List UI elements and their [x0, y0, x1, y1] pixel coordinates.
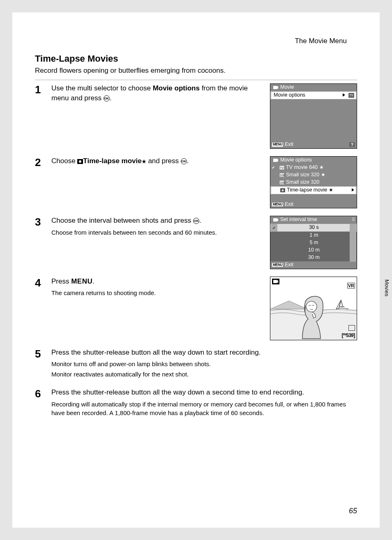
lcd-menu-item-selected: Movie options TV	[271, 91, 356, 99]
step-instruction: Press the shutter-release button all the…	[51, 348, 357, 358]
interval-value: 5 m	[310, 240, 318, 246]
star-icon: ★	[319, 165, 324, 170]
header-section: The Movie Menu	[295, 37, 347, 45]
exit-label: Exit	[285, 142, 293, 148]
frame-counter: [IN539]	[341, 332, 355, 338]
text: .	[110, 94, 112, 102]
interval-value: 30 s	[309, 225, 319, 231]
step-number: 2	[35, 156, 51, 208]
ok-icon: OK	[193, 218, 199, 224]
lcd-interval-item: 30 m	[270, 254, 357, 261]
text: and press	[146, 157, 181, 165]
menu-icon: MENU	[272, 143, 283, 146]
lcd-title-row: Movie	[270, 84, 357, 91]
menu-item-label: Small size 320	[286, 172, 319, 178]
step-note: The camera returns to shooting mode.	[51, 288, 267, 297]
star-icon: ★	[321, 172, 325, 178]
svg-rect-4	[273, 218, 277, 222]
menu-label: MENU	[71, 277, 92, 285]
lcd-title: Movie options	[280, 157, 312, 163]
step-body: Choose the interval between shots and pr…	[51, 216, 270, 269]
lcd-footer: MENU Exit	[270, 261, 357, 269]
star-icon: ★	[142, 159, 146, 164]
help-icon: ?	[349, 142, 355, 147]
svg-rect-0	[273, 86, 277, 89]
lcd-title: Set interval time	[280, 217, 317, 223]
lcd-footer: MENU Exit	[270, 201, 357, 208]
lcd-movie-options: Movie options ✔ TV TV movie 640★ 320 Sma…	[270, 156, 357, 208]
step-number: 5	[35, 348, 51, 381]
step-screenshot: VR	[270, 277, 357, 340]
menu-item-label: Small size 320	[286, 180, 319, 185]
step-screenshot: Set interval time ☰ ✔ 30 s 1 m 5 m 10 m …	[270, 216, 357, 269]
lcd-interval-menu: Set interval time ☰ ✔ 30 s 1 m 5 m 10 m …	[270, 216, 357, 269]
lcd-interval-item-selected: 30 s	[271, 224, 356, 232]
step-number: 6	[35, 388, 51, 419]
step-1: 1 Use the multi selector to choose Movie…	[35, 80, 357, 153]
star-icon: ★	[329, 187, 333, 193]
lcd-menu-item: ✔ TV TV movie 640★	[270, 164, 357, 171]
step-6: 6 Press the shutter-release button all t…	[35, 384, 357, 423]
text: .	[199, 217, 201, 224]
tv-icon: TV	[348, 93, 354, 98]
in-label: IN	[343, 332, 346, 336]
movie-icon	[273, 217, 279, 222]
ok-icon: OK	[104, 95, 110, 102]
exit-label: Exit	[285, 202, 293, 208]
menu-item-label: Time-lapse movie	[287, 187, 327, 193]
step-instruction: Choose Time-lapse movie★ and press OK.	[51, 156, 267, 166]
menu-icon: MENU	[272, 263, 283, 267]
timelapse-small-icon: ◉	[280, 188, 285, 192]
check-icon: ✔	[272, 226, 276, 230]
step-instruction: Use the multi selector to choose Movie o…	[51, 83, 267, 103]
svg-point-8	[306, 301, 317, 312]
step-note: Monitor turns off and power-on lamp blin…	[51, 360, 357, 368]
step-5: 5 Press the shutter-release button all t…	[35, 344, 357, 385]
size-icon: 320	[279, 180, 284, 185]
side-section-label: Movies	[384, 279, 390, 296]
lcd-interval-item: 1 m	[270, 232, 357, 239]
lcd-menu-item: 320 Small size 320 ★	[270, 171, 357, 179]
page-number: 65	[349, 507, 357, 515]
list-icon: ☰	[352, 218, 355, 222]
lcd-title-row: Set interval time ☰	[270, 216, 357, 224]
timelapse-icon	[77, 159, 83, 164]
step-body: Use the multi selector to choose Movie o…	[51, 83, 270, 149]
step-note: Choose from intervals between ten second…	[51, 228, 267, 237]
text: Choose	[51, 157, 77, 165]
menu-item-label: TV movie 640	[286, 165, 318, 171]
exit-label: Exit	[285, 262, 293, 268]
chevron-right-icon	[343, 92, 345, 98]
interval-value: 30 m	[308, 255, 320, 261]
content-area: Time-Lapse Movies Record flowers opening…	[12, 12, 380, 423]
step-screenshot: Movie Movie options TV MENU Exit ?	[270, 83, 357, 149]
step-number: 3	[35, 216, 51, 269]
lcd-interval-item: 10 m	[270, 247, 357, 254]
lcd-empty-area	[270, 99, 357, 141]
lcd-empty-area	[270, 194, 357, 201]
movie-icon	[273, 158, 279, 163]
text-bold: Time-lapse movie	[83, 157, 141, 165]
movie-icon	[273, 85, 279, 90]
text-bold: Movie options	[153, 84, 200, 92]
tv-size-icon: TV	[279, 166, 284, 170]
lcd-menu-item: 320 Small size 320	[270, 179, 357, 186]
step-2: 2 Choose Time-lapse movie★ and press OK.…	[35, 153, 357, 212]
svg-rect-3	[273, 159, 277, 162]
step-instruction: Press the shutter-release button all the…	[51, 388, 357, 397]
step-note: Monitor reactivates automatically for th…	[51, 370, 357, 378]
menu-item-label: Movie options	[274, 92, 305, 98]
check-icon: ✔	[272, 165, 275, 170]
text: .	[92, 277, 95, 285]
interval-value: 1 m	[310, 233, 318, 238]
ok-icon: OK	[181, 158, 187, 164]
side-tab	[380, 226, 392, 279]
step-4: 4 Press MENU. The camera returns to shoo…	[35, 273, 357, 344]
step-body: Choose Time-lapse movie★ and press OK.	[51, 156, 270, 208]
steps-list: 1 Use the multi selector to choose Movie…	[35, 80, 357, 423]
step-body: Press MENU. The camera returns to shooti…	[51, 277, 270, 340]
step-number: 1	[35, 83, 51, 149]
step-3: 3 Choose the interval between shots and …	[35, 212, 357, 273]
shooting-illustration	[270, 277, 357, 340]
menu-icon: MENU	[272, 203, 283, 206]
